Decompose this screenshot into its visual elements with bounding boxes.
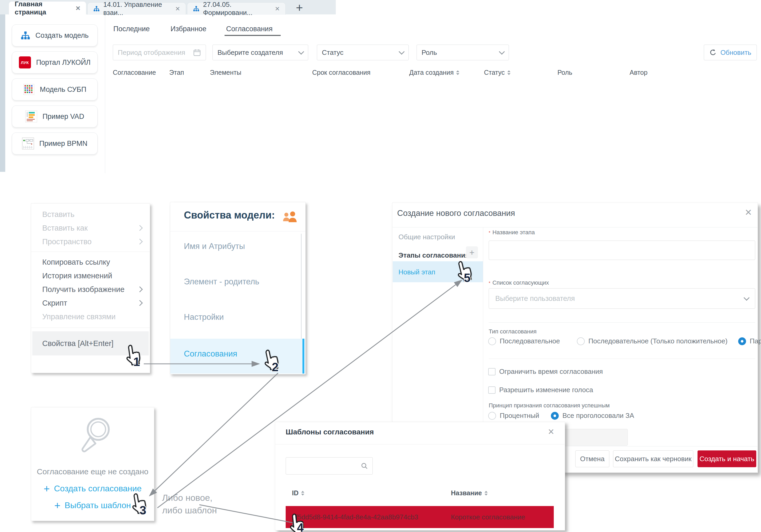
radio-label: Процентный (500, 412, 539, 419)
radio-parallel[interactable] (738, 337, 746, 345)
button-label: Пример BPMN (39, 140, 88, 148)
submenu-arrow-icon (137, 300, 143, 306)
template-id: 6f5dd5d8-9414-4fad-8e4a-42aa8b974cb3 (292, 513, 418, 521)
radio-percent[interactable] (488, 412, 496, 420)
chevron-down-icon (499, 49, 505, 55)
allow-revote-checkbox[interactable] (488, 386, 496, 394)
close-tab-icon[interactable]: × (275, 5, 280, 13)
search-magnifier-icon (75, 415, 112, 460)
close-tab-icon[interactable]: × (76, 4, 80, 12)
status-filter-select[interactable]: Статус (317, 45, 409, 60)
calendar-icon[interactable] (193, 48, 201, 56)
button-label: Создать модель (35, 31, 89, 40)
dialog-nav-approval-stages[interactable]: Этапы согласования (398, 251, 469, 260)
col-header-created[interactable]: Дата создания (409, 69, 459, 76)
dialog-nav-divider (483, 227, 483, 446)
col-header-name[interactable]: Название (451, 489, 488, 497)
col-header-id[interactable]: ID (292, 489, 304, 497)
screenshot-root: { "browser": { "tabs": [ {"label": "Глав… (0, 0, 761, 532)
sidebar-button-vad-example[interactable]: Пример VAD (12, 105, 97, 128)
limit-time-checkbox[interactable] (488, 368, 496, 376)
template-row-selected[interactable]: 6f5dd5d8-9414-4fad-8e4a-42aa8b974cb3 Кор… (286, 506, 554, 528)
sort-icon[interactable] (456, 70, 459, 75)
col-header-due[interactable]: Срок согласования (312, 69, 371, 76)
dialog-nav-general-settings[interactable]: Общие настройки (398, 233, 455, 241)
stage-name-label: *Название этапа (489, 229, 535, 236)
tab-favorites[interactable]: Избранное (170, 25, 206, 33)
tab-recent[interactable]: Последние (113, 25, 150, 33)
chevron-down-icon (744, 295, 750, 301)
header-label: Статус (484, 69, 505, 76)
form-divider (489, 359, 755, 359)
sidebar-button-create-model[interactable]: Создать модель (12, 25, 97, 46)
placeholder-text: Период отображения (118, 48, 185, 57)
stage-name-input[interactable] (489, 241, 755, 260)
new-tab-button[interactable]: + (296, 1, 303, 15)
close-tab-icon[interactable]: × (175, 5, 180, 13)
sidebar-button-bpmn-example[interactable]: Пример BPMN (12, 133, 97, 154)
create-and-start-button[interactable]: Создать и начать (697, 450, 756, 467)
window-edge-strip (0, 15, 5, 172)
browser-tab-home[interactable]: Главная страница × (9, 1, 86, 15)
close-icon[interactable]: × (548, 426, 554, 437)
arrow-step2-to-step3 (149, 373, 278, 496)
col-header-stage[interactable]: Этап (169, 69, 184, 76)
props-item-settings[interactable]: Настройки (184, 313, 224, 322)
chevron-down-icon (298, 49, 304, 55)
browser-tab-model-1401[interactable]: 14.01. Управление взаи... × (88, 2, 186, 15)
annotation-line2: либо шаблон (162, 505, 217, 515)
props-item-approvals-row[interactable]: Согласования (170, 339, 305, 374)
col-header-elements[interactable]: Элементы (210, 69, 241, 76)
vad-diagram-icon (25, 110, 37, 123)
cursor-step-number: 4 (297, 520, 304, 532)
browser-tab-model-270405[interactable]: 27.04.05. Формировани... × (187, 2, 286, 15)
role-filter-select[interactable]: Роль (417, 45, 509, 60)
menu-item-copy-link[interactable]: Копировать ссылку (31, 255, 150, 269)
close-icon[interactable]: × (745, 207, 752, 218)
sidebar-button-subp-model[interactable]: Модель СУБП (12, 79, 97, 100)
approvers-select[interactable]: Выберите пользователя (489, 288, 755, 309)
col-header-role[interactable]: Роль (557, 69, 572, 76)
button-label: Модель СУБП (40, 86, 86, 94)
props-item-name-attributes[interactable]: Имя и Атрибуты (184, 242, 245, 251)
radio-all-voted[interactable] (551, 412, 559, 420)
empty-state-message: Согласование еще не создано (31, 467, 154, 476)
props-item-parent-element[interactable]: Элемент - родитель (184, 277, 260, 286)
add-stage-button[interactable]: + (466, 246, 478, 259)
menu-item-change-history[interactable]: История изменений (31, 269, 150, 282)
sort-icon[interactable] (485, 491, 488, 496)
creator-filter-select[interactable]: Выберите создателя (212, 45, 308, 60)
principle-radio-group: Процентный Все проголосовали ЗА (488, 412, 634, 420)
save-draft-button[interactable]: Сохранить как черновик (613, 450, 693, 467)
header-label: Дата создания (409, 69, 453, 76)
cancel-button[interactable]: Отмена (575, 450, 610, 467)
radio-sequential[interactable] (488, 337, 496, 345)
menu-label: Скрипт (42, 299, 67, 307)
menu-label: Получить изображение (42, 285, 125, 294)
tab-approvals[interactable]: Согласования (226, 25, 272, 33)
tab-label: Главная страница (15, 0, 72, 16)
header-label: Название (451, 489, 482, 497)
dialog-header-divider (275, 444, 565, 444)
template-search-input[interactable] (286, 457, 373, 475)
checkbox-label: Разрешить изменение голоса (499, 386, 593, 394)
sort-icon[interactable] (301, 491, 304, 496)
sort-icon[interactable] (507, 70, 510, 75)
select-value: Роль (422, 48, 437, 57)
chevron-down-icon (399, 49, 405, 55)
radio-sequential-positive[interactable] (577, 337, 585, 345)
col-header-approval[interactable]: Согласование (113, 69, 156, 76)
menu-divider (31, 327, 150, 328)
approval-type-radio-group: Последовательное Последовательное (Тольк… (488, 337, 761, 345)
menu-item-script[interactable]: Скрипт (31, 296, 150, 310)
sidebar-button-lukoil-portal[interactable]: ЛУК Портал ЛУКОЙЛ (12, 51, 97, 74)
approvers-label: *Список согласующих (489, 279, 549, 286)
select-value: Статус (322, 48, 343, 57)
menu-item-get-image[interactable]: Получить изображение (31, 282, 150, 296)
col-header-author[interactable]: Автор (629, 69, 647, 76)
panel-title: Свойства модели: (184, 209, 275, 221)
col-header-status[interactable]: Статус (484, 69, 510, 76)
template-name: Короткое согласование (451, 513, 525, 521)
refresh-button[interactable]: Обновить (704, 45, 757, 60)
period-filter-input[interactable]: Период отображения (113, 45, 206, 60)
